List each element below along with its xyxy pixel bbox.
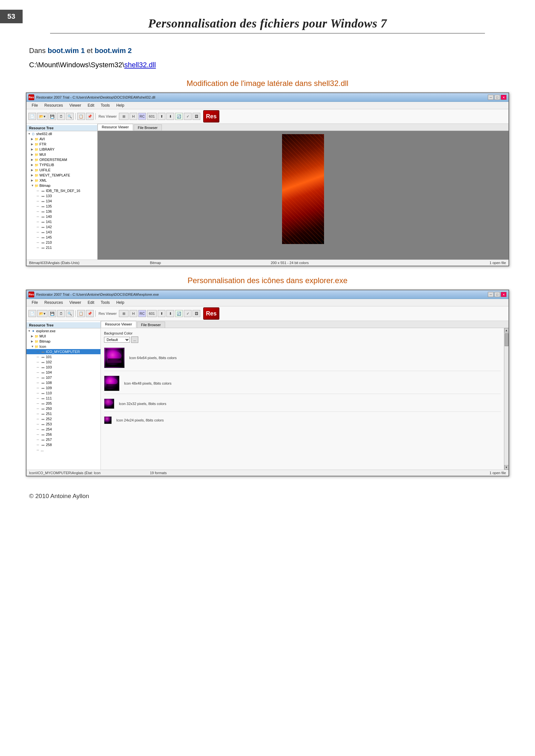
tree-item-145[interactable]: ─ ▬ 145 xyxy=(26,235,97,240)
tb-rv5-2[interactable]: ⬆ xyxy=(158,310,165,317)
tree-item-205[interactable]: ─ ▬ 205 xyxy=(26,401,100,406)
tree-item-104[interactable]: ─ ▬ 104 xyxy=(26,370,100,375)
tree-item-wevt[interactable]: ▶ 📁 WEVT_TEMPLATE xyxy=(26,173,97,178)
tree-item-typelib[interactable]: ▶ 📁 TYPELIB xyxy=(26,162,97,167)
tree-item-256[interactable]: ─ ▬ 256 xyxy=(26,432,100,437)
tree-item-102[interactable]: ─ ▬ 102 xyxy=(26,360,100,364)
tree-item-mui-2[interactable]: ▶ 📁 MUI xyxy=(26,334,100,339)
close-button-2[interactable]: ✕ xyxy=(501,292,507,297)
tree-item-143[interactable]: ─ ▬ 143 xyxy=(26,229,97,235)
tree-item-210[interactable]: ─ ▬ 210 xyxy=(26,240,97,245)
tree-item-uifile[interactable]: ▶ 📁 UIFILE xyxy=(26,167,97,173)
tb-rv4[interactable]: 601 xyxy=(147,113,157,120)
tb-rv3[interactable]: RC xyxy=(138,113,146,120)
menu-help-2[interactable]: Help xyxy=(113,300,127,305)
tree-item-135[interactable]: ─ ▬ 135 xyxy=(26,204,97,209)
tb-rv9-2[interactable]: 🖼 xyxy=(192,310,200,317)
tb-rv7-2[interactable]: 🔄 xyxy=(175,310,183,317)
tree-item-251[interactable]: ─ ▬ 251 xyxy=(26,411,100,416)
tb-search-2[interactable]: 🔍 xyxy=(66,310,74,317)
tab-resource-viewer-2[interactable]: Resource Viewer xyxy=(101,321,136,328)
tree-item-library[interactable]: ▶ 📁 LIBRARY xyxy=(26,147,97,152)
menu-tools-2[interactable]: Tools xyxy=(98,300,113,305)
tree-item-bitmap-2[interactable]: ▶ 📁 Bitmap xyxy=(26,339,100,344)
tb-rv2-2[interactable]: H xyxy=(129,310,137,317)
tb-rv1-2[interactable]: ⊞ xyxy=(119,310,128,317)
tb-open-dropdown-2[interactable]: 📂▾ xyxy=(37,310,47,317)
tb-paste[interactable]: 📌 xyxy=(86,113,94,120)
tb-save-2[interactable]: 💾 xyxy=(48,310,56,317)
tb-rv3-2[interactable]: RC xyxy=(138,310,146,317)
close-button[interactable]: ✕ xyxy=(501,95,507,100)
menu-file-2[interactable]: File xyxy=(28,300,41,305)
tb-copy-2[interactable]: 📋 xyxy=(77,310,85,317)
tb-rv1[interactable]: ⊞ xyxy=(119,113,128,120)
maximize-button[interactable]: □ xyxy=(494,95,500,100)
tab-file-browser-1[interactable]: File Browser xyxy=(134,125,162,131)
tb-rv5[interactable]: ⬆ xyxy=(158,113,165,120)
tb-rv6[interactable]: ⬇ xyxy=(166,113,174,120)
tb-save[interactable]: 💾 xyxy=(48,113,56,120)
tree-item-133[interactable]: ─ ▬ 133 xyxy=(26,193,97,198)
tree-item-110[interactable]: ─ ▬ 110 xyxy=(26,391,100,395)
tree-item-142[interactable]: ─ ▬ 142 xyxy=(26,224,97,229)
tb-rv8[interactable]: ✓ xyxy=(184,113,192,120)
tree-item-idb[interactable]: ─ ▬ IDB_TB_SH_DEF_16 xyxy=(26,188,97,193)
tree-item-more[interactable]: ─ ... xyxy=(26,447,100,452)
scroll-thumb[interactable] xyxy=(505,333,509,346)
tree-item-103[interactable]: ─ ▬ 103 xyxy=(26,364,100,370)
scroll-up-button[interactable]: ▲ xyxy=(504,328,509,333)
tb-rv4-2[interactable]: 601 xyxy=(147,310,157,317)
tree-item-111[interactable]: ─ ▬ 111 xyxy=(26,395,100,401)
minimize-button[interactable]: ─ xyxy=(488,95,493,100)
menu-edit-2[interactable]: Edit xyxy=(84,300,98,305)
tb-rv7[interactable]: 🔄 xyxy=(175,113,183,120)
tab-file-browser-2[interactable]: File Browser xyxy=(137,322,165,328)
tab-resource-viewer-1[interactable]: Resource Viewer xyxy=(98,124,133,131)
tree-item-shell32dll[interactable]: ▼ 🗋 shell32.dll xyxy=(26,131,97,136)
menu-viewer[interactable]: Viewer xyxy=(66,102,84,108)
tree-item-avi[interactable]: ▶ 📁 AVI xyxy=(26,136,97,142)
tree-item-xml[interactable]: ▶ 📁 XML xyxy=(26,178,97,183)
menu-viewer-2[interactable]: Viewer xyxy=(66,300,84,305)
tree-item-258[interactable]: ─ ▬ 258 xyxy=(26,442,100,447)
menu-file[interactable]: File xyxy=(28,102,41,108)
menu-resources[interactable]: Resources xyxy=(41,102,66,108)
tree-item-109[interactable]: ─ ▬ 109 xyxy=(26,385,100,391)
tree-item-134[interactable]: ─ ▬ 134 xyxy=(26,198,97,204)
tree-item-ftr[interactable]: ▶ 📁 FTR xyxy=(26,142,97,147)
tree-item-explorerexe[interactable]: ▼ ■ explorer.exe xyxy=(26,328,100,334)
menu-edit[interactable]: Edit xyxy=(84,102,98,108)
tree-item-253[interactable]: ─ ▬ 253 xyxy=(26,422,100,427)
tree-item-257[interactable]: ─ ▬ 257 xyxy=(26,437,100,442)
tree-item-107[interactable]: ─ ▬ 107 xyxy=(26,375,100,380)
tree-item-bitmap[interactable]: ▼ 📁 Bitmap xyxy=(26,183,97,188)
tb-rv6-2[interactable]: ⬇ xyxy=(166,310,174,317)
maximize-button-2[interactable]: □ xyxy=(494,292,500,297)
tree-item-mui[interactable]: ▶ 📁 MUI xyxy=(26,152,97,157)
tree-item-icon-folder[interactable]: ▼ 📁 Icon xyxy=(26,344,100,349)
tb-search[interactable]: 🔍 xyxy=(66,113,74,120)
tree-item-108[interactable]: ─ ▬ 108 xyxy=(26,380,100,385)
tree-item-orderstream[interactable]: ▶ 📁 ORDERSTREAM xyxy=(26,157,97,162)
bg-color-select[interactable]: Default xyxy=(104,337,130,343)
tb-copy[interactable]: 📋 xyxy=(77,113,85,120)
tree-item-141[interactable]: ─ ▬ 141 xyxy=(26,219,97,224)
tree-item-101[interactable]: ─ ▬ 101 xyxy=(26,354,100,360)
tb-open-dropdown[interactable]: 📂▾ xyxy=(37,113,47,120)
tree-item-254[interactable]: ─ ▬ 254 xyxy=(26,427,100,432)
tree-item-ico-mycomputer[interactable]: ─ ▬ ICO_MYCOMPUTER xyxy=(26,349,100,354)
tree-item-250[interactable]: ─ ▬ 250 xyxy=(26,406,100,411)
scroll-down-button[interactable]: ▼ xyxy=(504,465,509,470)
tb-save2-2[interactable]: 🗒 xyxy=(57,310,65,317)
tree-item-140[interactable]: ─ ▬ 140 xyxy=(26,214,97,219)
tb-new[interactable]: 📄 xyxy=(28,113,36,120)
menu-resources-2[interactable]: Resources xyxy=(41,300,66,305)
tree-item-252[interactable]: ─ ▬ 252 xyxy=(26,416,100,422)
menu-help[interactable]: Help xyxy=(113,102,127,108)
menu-tools[interactable]: Tools xyxy=(98,102,113,108)
tb-rv8-2[interactable]: ✓ xyxy=(184,310,192,317)
tb-rv2[interactable]: H xyxy=(129,113,137,120)
minimize-button-2[interactable]: ─ xyxy=(488,292,493,297)
tree-item-136[interactable]: ─ ▬ 136 xyxy=(26,209,97,214)
